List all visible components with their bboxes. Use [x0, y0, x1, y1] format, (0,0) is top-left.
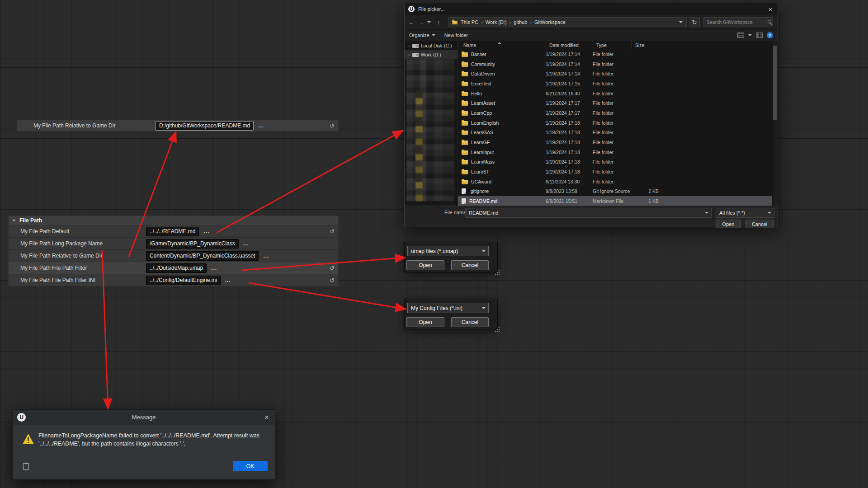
resize-grip[interactable]: [495, 270, 500, 275]
file-name-combobox[interactable]: README.md: [465, 208, 712, 218]
open-button[interactable]: Open: [406, 260, 444, 270]
file-name: LearnGF: [471, 140, 490, 145]
back-icon[interactable]: ←: [406, 19, 416, 26]
vertical-scrollbar[interactable]: [773, 41, 777, 205]
reset-to-default-button[interactable]: ↺: [330, 265, 335, 272]
reset-to-default-button[interactable]: ↺: [330, 122, 335, 129]
breadcrumb-item[interactable]: This PC: [461, 19, 478, 25]
sidebar-item-label: Work (D:): [421, 52, 441, 57]
file-name: .gitignore: [469, 188, 489, 194]
address-dropdown-icon[interactable]: [679, 21, 683, 23]
file-row[interactable]: LearnGAS1/19/2024 17:18File folder: [458, 128, 772, 138]
browse-button[interactable]: ...: [263, 253, 269, 259]
category-header[interactable]: File Path: [8, 216, 339, 225]
file-path-value-box[interactable]: D:/github/GitWorkspace/README.md: [156, 121, 254, 131]
cancel-button[interactable]: Cancel: [451, 317, 489, 327]
column-header-type[interactable]: Type: [593, 41, 632, 49]
forward-icon[interactable]: →: [416, 19, 426, 26]
view-dropdown-icon[interactable]: [748, 34, 752, 36]
organize-button[interactable]: Organize: [405, 30, 440, 41]
history-dropdown-icon[interactable]: [427, 21, 431, 23]
breadcrumb-separator-icon: ›: [530, 19, 532, 25]
property-value-box[interactable]: /Game/Dynamic/BP_DynamicClass: [146, 239, 239, 249]
file-date: 1/19/2024 17:18: [546, 130, 593, 135]
scrollbar-thumb[interactable]: [773, 46, 777, 120]
cancel-button[interactable]: Cancel: [451, 260, 489, 270]
file-row[interactable]: LearnST1/19/2024 17:18File folder: [458, 167, 772, 177]
file-row[interactable]: DataDriven1/19/2024 17:14File folder: [458, 69, 772, 79]
file-row[interactable]: UCAward6/11/2024 13:30File folder: [458, 177, 772, 187]
new-folder-button[interactable]: New folder: [440, 30, 473, 41]
browse-button[interactable]: ...: [211, 265, 217, 271]
open-button[interactable]: Open: [716, 220, 741, 228]
close-icon[interactable]: ×: [763, 3, 778, 15]
file-row[interactable]: README.md6/9/2021 15:51Markdown File1 KB: [458, 196, 772, 206]
ok-button[interactable]: OK: [233, 461, 268, 471]
cancel-button[interactable]: Cancel: [745, 220, 774, 228]
file-row[interactable]: ExcelTest1/19/2024 17:15File folder: [458, 79, 772, 89]
browse-button[interactable]: ...: [225, 277, 231, 283]
search-box[interactable]: [703, 17, 773, 27]
property-label: My File Path Long Package Name: [20, 240, 103, 247]
file-row[interactable]: LearnInput1/19/2024 17:18File folder: [458, 147, 772, 157]
file-row[interactable]: Hello6/21/2024 16:40File folder: [458, 89, 772, 99]
property-row[interactable]: My File Path Relative to Game DirContent…: [8, 250, 339, 262]
file-type: File folder: [593, 71, 632, 76]
breadcrumb-item[interactable]: github: [514, 19, 527, 25]
property-row[interactable]: My File Path File Path Filter INI../../C…: [8, 274, 339, 286]
file-row[interactable]: .gitignore9/8/2023 13:59Git Ignore Sourc…: [458, 187, 772, 197]
search-input[interactable]: [707, 19, 768, 25]
file-date: 6/21/2024 16:40: [546, 91, 593, 96]
up-icon[interactable]: ↑: [434, 19, 443, 26]
chevron-right-icon[interactable]: ›: [408, 43, 410, 48]
new-folder-label: New folder: [444, 33, 468, 38]
column-header-date-modified[interactable]: Date modified: [546, 41, 593, 49]
browse-button[interactable]: ...: [243, 240, 249, 247]
property-row[interactable]: My File Path Long Package Name/Game/Dyna…: [8, 238, 339, 250]
browse-button[interactable]: ...: [258, 122, 264, 129]
close-icon[interactable]: ×: [259, 410, 275, 425]
sidebar-item[interactable]: ›Local Disk (C:): [405, 41, 458, 50]
organize-label: Organize: [409, 33, 429, 38]
preview-pane-icon[interactable]: [756, 33, 763, 38]
sidebar-item[interactable]: ›Work (D:): [405, 50, 458, 59]
file-type-filter-combobox[interactable]: All files (*.*): [716, 208, 774, 218]
browse-button[interactable]: ...: [203, 228, 209, 235]
property-row[interactable]: My File Path File Path Filter../../Outsi…: [8, 262, 339, 274]
property-value-box[interactable]: Content/Dynamic/BP_DynamicClass.uasset: [146, 251, 259, 261]
refresh-icon[interactable]: ↻: [689, 17, 700, 27]
picker-titlebar[interactable]: U File picker... ×: [405, 3, 778, 15]
copy-to-clipboard-icon[interactable]: [23, 462, 29, 472]
resize-grip[interactable]: [495, 327, 500, 332]
file-date: 1/19/2024 17:18: [546, 140, 593, 145]
file-row[interactable]: Community1/19/2024 17:14File folder: [458, 59, 772, 69]
breadcrumb-item[interactable]: GitWorkspace: [534, 19, 566, 25]
breadcrumb-item[interactable]: Work (D:): [486, 19, 507, 25]
chevron-right-icon[interactable]: ›: [408, 52, 410, 57]
message-titlebar[interactable]: U Message ×: [13, 410, 275, 425]
property-value-box[interactable]: ../../../README.md: [146, 227, 199, 236]
property-value-box[interactable]: ../../OutsideMap.umap: [146, 263, 207, 273]
column-header-name[interactable]: Name: [462, 41, 546, 49]
change-view-icon[interactable]: [737, 33, 744, 38]
file-type: File folder: [593, 110, 632, 116]
file-icon: [462, 188, 466, 194]
expander-arrow-icon[interactable]: [12, 220, 16, 221]
property-row[interactable]: My File Path Default../../../README.md..…: [8, 225, 339, 238]
filter-combobox[interactable]: My Config Files (*.ini): [407, 303, 489, 313]
file-row[interactable]: LearnGF1/19/2024 17:18File folder: [458, 137, 772, 147]
file-row[interactable]: Banner1/19/2024 17:14File folder: [458, 49, 772, 59]
open-button[interactable]: Open: [406, 317, 444, 327]
address-bar[interactable]: This PC›Work (D:)›github›GitWorkspace: [448, 17, 687, 27]
reset-to-default-button[interactable]: ↺: [330, 228, 335, 235]
filter-combobox[interactable]: umap files (*.umap): [407, 246, 489, 256]
help-icon[interactable]: ?: [767, 32, 773, 38]
file-size: 1 KB: [632, 198, 663, 204]
file-row[interactable]: LearnEnglish1/19/2024 17:18File folder: [458, 118, 772, 128]
file-row[interactable]: LearnCpp1/19/2024 17:17File folder: [458, 108, 772, 118]
column-header-size[interactable]: Size: [632, 41, 663, 49]
file-row[interactable]: LearnMass1/19/2024 17:18File folder: [458, 157, 772, 167]
reset-to-default-button[interactable]: ↺: [330, 277, 335, 284]
property-value-box[interactable]: ../../Config/DefaultEngine.ini: [146, 276, 221, 285]
file-row[interactable]: LearnAsset1/19/2024 17:17File folder: [458, 98, 772, 108]
